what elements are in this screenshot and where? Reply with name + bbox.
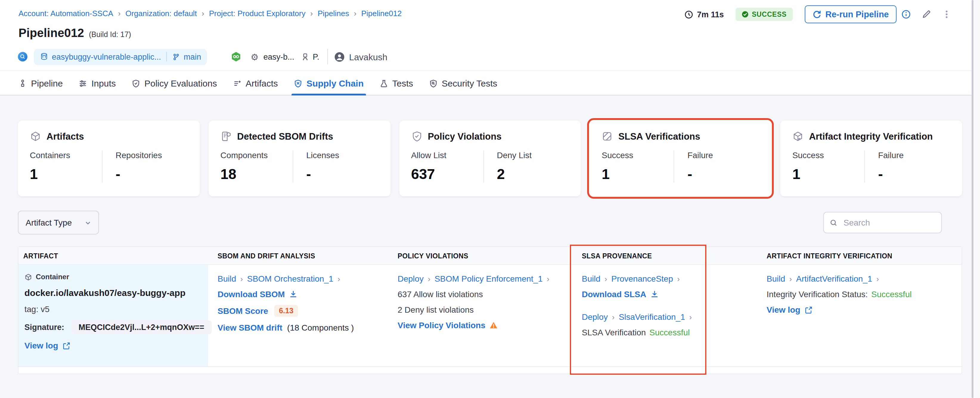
execution-controls: 7m 11s SUCCESS Re-run Pipeline (684, 5, 951, 23)
metric-value: 637 (411, 166, 483, 182)
artifact-name: docker.io/lavakush07/easy-buggy-app (24, 288, 202, 298)
environment-icon (301, 53, 309, 61)
inputs-icon (79, 79, 88, 88)
tab-pipeline[interactable]: Pipeline (19, 71, 63, 96)
metric: Licenses - (293, 150, 378, 182)
view-policy-violations-label: View Policy Violations (398, 320, 485, 330)
view-sbom-drift-link[interactable]: View SBOM drift (218, 323, 282, 332)
metric-label: Repositories (116, 150, 188, 160)
card-artifact-integrity: Artifact Integrity Verification Success … (780, 120, 962, 196)
repo-name-link[interactable]: easybuggy-vulnerable-applic... (52, 52, 161, 61)
integrity-status-prefix: Integrity Verification Status: (767, 289, 868, 299)
view-log-link[interactable]: View log (24, 341, 202, 350)
view-log-link[interactable]: View log (767, 305, 956, 315)
shield-check-icon (132, 79, 140, 88)
stage-link[interactable]: Deploy (398, 274, 423, 283)
sbom-score-badge: 6.13 (274, 305, 298, 317)
duration: 7m 11s (684, 10, 724, 19)
ci-module-icon (18, 52, 27, 61)
breadcrumb-project[interactable]: Project: Product Exploratory (209, 9, 305, 18)
tab-label: Pipeline (31, 78, 63, 88)
metric: Failure - (674, 150, 760, 182)
chevron-down-icon (85, 219, 91, 226)
breadcrumb-separator: › (118, 9, 121, 18)
metric-label: Containers (30, 150, 102, 160)
info-icon[interactable] (901, 10, 911, 19)
integrity-step-breadcrumb: Build › ArtifactVerification_1 › (767, 274, 956, 283)
stage-link[interactable]: Deploy (582, 312, 608, 321)
metric-value: 18 (221, 166, 293, 182)
breadcrumb-account[interactable]: Account: Automation-SSCA (19, 9, 113, 18)
chevron-separator: › (612, 312, 614, 321)
external-link-icon (62, 342, 70, 349)
view-policy-violations-link[interactable]: View Policy Violations (398, 320, 566, 330)
tab-artifacts[interactable]: Artifacts (233, 71, 278, 96)
metric-label: Components (221, 150, 293, 160)
download-slsa-link[interactable]: Download SLSA (582, 289, 751, 299)
chevron-separator: › (789, 274, 792, 283)
tabs-bar: Pipeline Inputs Policy Evaluations Artif… (0, 70, 980, 96)
cube-icon (792, 131, 803, 142)
search-input[interactable] (842, 217, 953, 228)
tab-inputs[interactable]: Inputs (79, 71, 116, 96)
cube-icon (30, 131, 41, 142)
metric-value: 1 (602, 166, 674, 182)
sbom-step-breadcrumb: Build › SBOM Orchestration_1 › (218, 274, 382, 283)
step-link[interactable]: SlsaVerification_1 (619, 312, 685, 321)
tab-policy-evaluations[interactable]: Policy Evaluations (132, 71, 217, 96)
rerun-pipeline-button[interactable]: Re-run Pipeline (805, 5, 897, 23)
supply-chain-shield-icon (294, 79, 302, 88)
sbom-score-link[interactable]: SBOM Score (218, 306, 268, 316)
step-link[interactable]: SBOM Orchestration_1 (247, 274, 333, 283)
download-sbom-label: Download SBOM (218, 289, 285, 299)
step-link[interactable]: ProvenanceStep (611, 274, 673, 283)
check-circle-icon (741, 11, 749, 18)
step-link[interactable]: SBOM Policy Enforcement_1 (434, 274, 543, 283)
signature-value: MEQCICde2Vjl...L+2+mqnOXw== (72, 320, 212, 334)
download-sbom-link[interactable]: Download SBOM (218, 289, 382, 299)
artifact-type-dropdown[interactable]: Artifact Type (18, 211, 99, 235)
rerun-label: Re-run Pipeline (825, 10, 889, 19)
flask-icon (380, 79, 388, 88)
breadcrumb-separator: › (310, 9, 313, 18)
container-type-badge: Container (24, 273, 202, 281)
breadcrumb-pipeline012[interactable]: Pipeline012 (361, 9, 402, 18)
user-name: Lavakush (349, 52, 387, 62)
stage-link[interactable]: Build (767, 274, 785, 283)
slsa-status-value: Successful (649, 328, 690, 337)
scrollbar-thumb[interactable] (972, 0, 973, 398)
breadcrumb: Account: Automation-SSCA › Organization:… (19, 9, 402, 18)
search-icon (830, 219, 838, 227)
shield-check-icon (411, 131, 422, 142)
stage-link[interactable]: Build (218, 274, 236, 283)
kebab-menu-icon[interactable] (942, 10, 951, 19)
stage-link[interactable]: Build (582, 274, 600, 283)
metric-label: Licenses (306, 150, 378, 160)
integrity-cell: Build › ArtifactVerification_1 › Integri… (757, 265, 961, 366)
repository-icon (40, 53, 48, 61)
tab-tests[interactable]: Tests (380, 71, 413, 96)
artifact-cell: Container docker.io/lavakush07/easy-bugg… (19, 265, 208, 366)
search-box (823, 212, 942, 233)
breadcrumb-organization[interactable]: Organization: default (126, 9, 197, 18)
cube-icon (24, 273, 32, 281)
step-link[interactable]: ArtifactVerification_1 (796, 274, 872, 283)
tab-label: Artifacts (246, 78, 278, 88)
view-log-label: View log (24, 341, 58, 350)
metric: Repositories - (102, 150, 188, 182)
slsa-verification-breadcrumb: Deploy › SlsaVerification_1 › (582, 312, 751, 321)
edit-pencil-icon[interactable] (921, 10, 931, 19)
metric-value: - (116, 166, 188, 182)
service-name[interactable]: easy-b... (264, 52, 294, 61)
download-icon (289, 290, 298, 298)
environment-name[interactable]: P. (313, 52, 319, 61)
container-type-label: Container (36, 273, 69, 281)
metric-label: Failure (878, 150, 950, 160)
artifact-type-label: Artifact Type (25, 218, 72, 227)
breadcrumb-pipelines[interactable]: Pipelines (318, 9, 349, 18)
tab-supply-chain[interactable]: Supply Chain (294, 71, 364, 96)
metric: Success 1 (602, 150, 674, 182)
branch-name-link[interactable]: main (184, 52, 201, 61)
tab-security-tests[interactable]: Security Tests (429, 71, 497, 96)
security-shield-icon (429, 79, 438, 88)
